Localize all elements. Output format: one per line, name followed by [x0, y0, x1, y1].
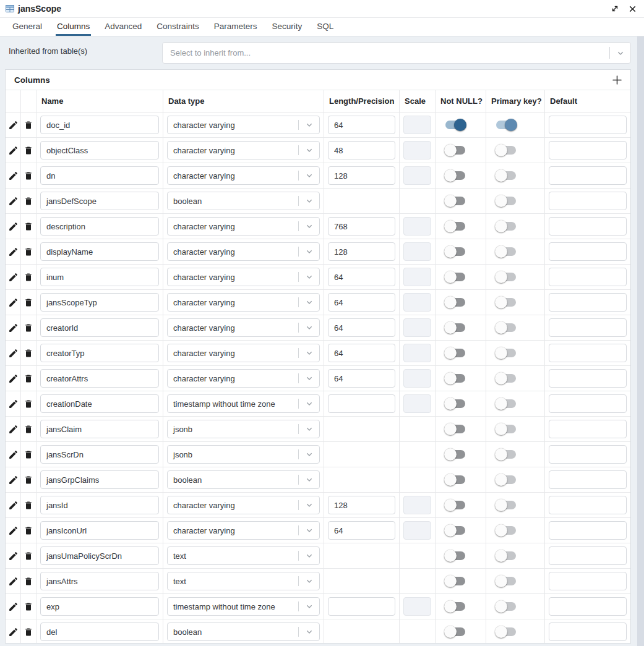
- edit-pencil-icon[interactable]: [8, 475, 19, 485]
- not-null-toggle[interactable]: [444, 499, 466, 511]
- column-name-input[interactable]: [40, 242, 159, 261]
- primary-key-toggle[interactable]: [495, 119, 517, 131]
- delete-trash-icon[interactable]: [24, 145, 33, 156]
- column-name-input[interactable]: [40, 344, 159, 362]
- edit-pencil-icon[interactable]: [8, 297, 19, 308]
- tab-sql[interactable]: SQL: [316, 18, 335, 36]
- data-type-select[interactable]: character varying: [167, 521, 320, 540]
- data-type-select[interactable]: text: [167, 546, 320, 565]
- not-null-toggle[interactable]: [444, 397, 466, 410]
- chevron-down-icon[interactable]: [304, 576, 314, 586]
- column-name-input[interactable]: [40, 268, 159, 286]
- tab-parameters[interactable]: Parameters: [213, 18, 259, 36]
- vertical-scrollbar[interactable]: [637, 36, 644, 646]
- chevron-down-icon[interactable]: [304, 297, 314, 307]
- not-null-toggle[interactable]: [444, 321, 466, 334]
- default-value-input[interactable]: [549, 445, 627, 464]
- edit-pencil-icon[interactable]: [8, 221, 19, 232]
- delete-trash-icon[interactable]: [24, 348, 33, 359]
- close-icon[interactable]: [627, 3, 638, 14]
- length-precision-input[interactable]: [328, 116, 395, 134]
- primary-key-toggle[interactable]: [495, 550, 517, 562]
- default-value-input[interactable]: [549, 572, 627, 590]
- not-null-toggle[interactable]: [444, 169, 466, 182]
- default-value-input[interactable]: [549, 293, 627, 312]
- default-value-input[interactable]: [549, 394, 627, 413]
- not-null-toggle[interactable]: [444, 600, 466, 613]
- edit-pencil-icon[interactable]: [8, 323, 19, 333]
- column-name-input[interactable]: [40, 318, 159, 337]
- edit-pencil-icon[interactable]: [8, 627, 19, 637]
- column-name-input[interactable]: [40, 217, 159, 236]
- not-null-toggle[interactable]: [444, 296, 466, 308]
- delete-trash-icon[interactable]: [24, 297, 33, 308]
- inherit-from-select[interactable]: Select to inherit from...: [162, 42, 631, 64]
- not-null-toggle[interactable]: [444, 372, 466, 385]
- data-type-select[interactable]: character varying: [167, 293, 320, 312]
- edit-pencil-icon[interactable]: [8, 525, 19, 536]
- delete-trash-icon[interactable]: [24, 424, 33, 435]
- not-null-toggle[interactable]: [444, 271, 466, 283]
- primary-key-toggle[interactable]: [495, 372, 517, 385]
- chevron-down-icon[interactable]: [304, 525, 314, 535]
- edit-pencil-icon[interactable]: [8, 171, 19, 181]
- not-null-toggle[interactable]: [444, 423, 466, 435]
- expand-diagonal-icon[interactable]: [609, 3, 620, 14]
- primary-key-toggle[interactable]: [495, 474, 517, 486]
- default-value-input[interactable]: [549, 521, 627, 540]
- not-null-toggle[interactable]: [444, 550, 466, 562]
- edit-pencil-icon[interactable]: [8, 272, 19, 283]
- primary-key-toggle[interactable]: [495, 600, 517, 613]
- length-precision-input[interactable]: [328, 141, 395, 159]
- not-null-toggle[interactable]: [444, 575, 466, 587]
- delete-trash-icon[interactable]: [24, 475, 33, 485]
- delete-trash-icon[interactable]: [24, 627, 33, 637]
- not-null-toggle[interactable]: [444, 245, 466, 258]
- data-type-select[interactable]: character varying: [167, 369, 320, 388]
- data-type-select[interactable]: jsonb: [167, 420, 320, 438]
- length-precision-input[interactable]: [328, 268, 395, 286]
- primary-key-toggle[interactable]: [495, 499, 517, 511]
- tab-constraints[interactable]: Constraints: [155, 18, 200, 36]
- data-type-select[interactable]: jsonb: [167, 445, 320, 464]
- default-value-input[interactable]: [549, 116, 627, 134]
- chevron-down-icon[interactable]: [304, 449, 314, 459]
- not-null-toggle[interactable]: [444, 524, 466, 537]
- edit-pencil-icon[interactable]: [8, 196, 19, 206]
- delete-trash-icon[interactable]: [24, 551, 33, 561]
- edit-pencil-icon[interactable]: [8, 145, 19, 156]
- column-name-input[interactable]: [40, 293, 159, 312]
- chevron-down-icon[interactable]: [304, 500, 314, 510]
- not-null-toggle[interactable]: [444, 347, 466, 359]
- column-name-input[interactable]: [40, 496, 159, 514]
- column-name-input[interactable]: [40, 572, 159, 590]
- add-column-button[interactable]: [609, 72, 624, 87]
- primary-key-toggle[interactable]: [495, 220, 517, 232]
- primary-key-toggle[interactable]: [495, 524, 517, 537]
- length-precision-input[interactable]: [328, 242, 395, 261]
- primary-key-toggle[interactable]: [495, 347, 517, 359]
- chevron-down-icon[interactable]: [304, 145, 314, 155]
- primary-key-toggle[interactable]: [495, 144, 517, 156]
- column-name-input[interactable]: [40, 141, 159, 159]
- edit-pencil-icon[interactable]: [8, 576, 19, 587]
- edit-pencil-icon[interactable]: [8, 601, 19, 612]
- data-type-select[interactable]: character varying: [167, 242, 320, 261]
- chevron-down-icon[interactable]: [616, 48, 625, 58]
- data-type-select[interactable]: text: [167, 572, 320, 590]
- delete-trash-icon[interactable]: [24, 449, 33, 460]
- chevron-down-icon[interactable]: [304, 424, 314, 434]
- delete-trash-icon[interactable]: [24, 196, 33, 206]
- chevron-down-icon[interactable]: [304, 171, 314, 181]
- tab-security[interactable]: Security: [270, 18, 303, 36]
- delete-trash-icon[interactable]: [24, 171, 33, 181]
- delete-trash-icon[interactable]: [24, 272, 33, 283]
- data-type-select[interactable]: timestamp without time zone: [167, 597, 320, 616]
- tab-general[interactable]: General: [11, 18, 43, 36]
- column-name-input[interactable]: [40, 420, 159, 438]
- edit-pencil-icon[interactable]: [8, 348, 19, 359]
- length-precision-input[interactable]: [328, 394, 395, 413]
- default-value-input[interactable]: [549, 470, 627, 489]
- delete-trash-icon[interactable]: [24, 525, 33, 536]
- column-name-input[interactable]: [40, 116, 159, 134]
